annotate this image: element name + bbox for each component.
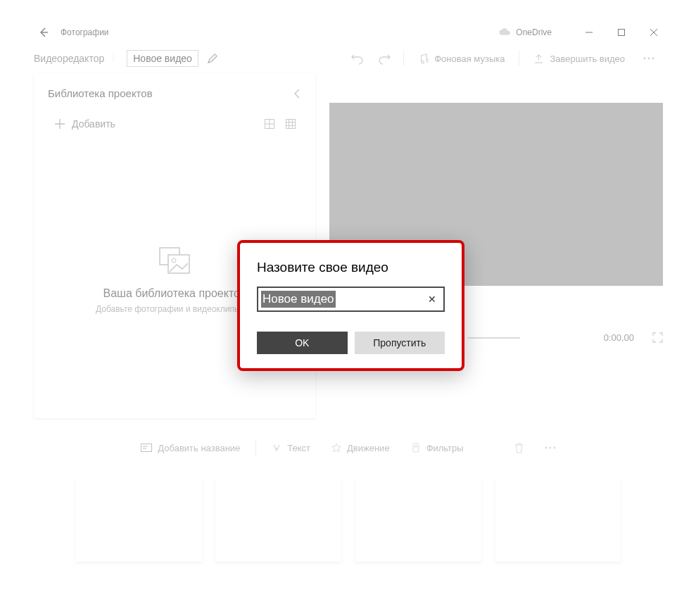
export-icon — [533, 54, 544, 64]
maximize-button[interactable] — [605, 21, 638, 44]
more-button[interactable] — [635, 44, 663, 73]
library-title: Библиотека проектов — [48, 87, 153, 99]
view-grid-large-button[interactable] — [259, 113, 280, 134]
edit-title-button[interactable] — [207, 54, 217, 64]
close-button[interactable] — [638, 21, 670, 44]
svg-point-11 — [415, 446, 417, 448]
finish-video-button[interactable]: Завершить видео — [524, 44, 635, 73]
music-icon — [418, 54, 429, 64]
redo-button[interactable] — [371, 44, 399, 73]
motion-icon — [331, 443, 341, 453]
time-total: 0:00,00 — [604, 332, 634, 343]
text-icon — [272, 443, 281, 453]
svg-point-12 — [545, 447, 547, 449]
finish-label: Завершить видео — [550, 54, 625, 64]
text-button[interactable]: Текст — [262, 435, 320, 460]
clear-input-button[interactable]: ✕ — [421, 294, 443, 305]
timeline-clip[interactable] — [76, 477, 202, 562]
back-button[interactable] — [27, 21, 61, 44]
motion-label: Движение — [347, 443, 390, 453]
bg-music-label: Фоновая музыка — [434, 54, 505, 64]
text-label: Текст — [287, 443, 310, 453]
filters-label: Фильтры — [426, 443, 464, 453]
add-label: Добавить — [72, 118, 115, 130]
svg-point-13 — [549, 447, 551, 449]
svg-point-14 — [553, 447, 555, 449]
cloud-icon — [498, 28, 512, 37]
skip-button[interactable]: Пропустить — [355, 332, 445, 354]
add-media-button[interactable]: Добавить — [48, 115, 122, 132]
svg-rect-5 — [286, 120, 296, 129]
add-title-label: Добавить название — [158, 443, 240, 453]
svg-point-3 — [652, 58, 654, 60]
progress-track[interactable] — [468, 337, 520, 339]
chevron-right-icon: 〉 — [111, 53, 120, 65]
title-card-icon — [141, 444, 152, 452]
dialog-title: Назовите свое видео — [257, 260, 445, 275]
svg-point-2 — [648, 58, 650, 60]
view-grid-small-button[interactable] — [280, 113, 301, 134]
timeline-clip[interactable] — [495, 477, 621, 562]
svg-rect-0 — [619, 30, 625, 36]
onedrive-label: OneDrive — [516, 27, 552, 37]
ok-button[interactable]: OK — [257, 332, 348, 354]
svg-point-1 — [644, 58, 646, 60]
name-video-dialog: Назовите свое видео Новое видео ✕ OK Про… — [237, 240, 464, 371]
filters-icon — [411, 443, 421, 453]
fullscreen-button[interactable] — [652, 332, 663, 343]
add-title-card-button[interactable]: Добавить название — [131, 435, 250, 460]
background-music-button[interactable]: Фоновая музыка — [408, 44, 514, 73]
video-name-value: Новое видео — [261, 291, 336, 308]
app-title: Фотографии — [61, 27, 109, 37]
onedrive-button[interactable]: OneDrive — [498, 27, 552, 37]
plus-icon — [55, 119, 65, 129]
delete-clip-button[interactable] — [505, 435, 533, 460]
video-name-input[interactable]: Новое видео ✕ — [257, 287, 445, 312]
svg-rect-9 — [141, 444, 152, 452]
collapse-library-button[interactable] — [293, 88, 301, 99]
timeline-clip[interactable] — [216, 477, 342, 562]
undo-button[interactable] — [343, 44, 371, 73]
filters-button[interactable]: Фильтры — [401, 435, 474, 460]
timeline-more-button[interactable] — [535, 435, 566, 460]
breadcrumb-active[interactable]: Новое видео — [127, 50, 198, 67]
breadcrumb-root[interactable]: Видеоредактор — [34, 53, 104, 64]
motion-button[interactable]: Движение — [322, 435, 400, 460]
library-empty-icon — [158, 246, 191, 275]
timeline-clip[interactable] — [355, 477, 481, 562]
minimize-button[interactable] — [573, 21, 605, 44]
library-empty-title: Ваша библиотека проектов — [103, 287, 246, 300]
